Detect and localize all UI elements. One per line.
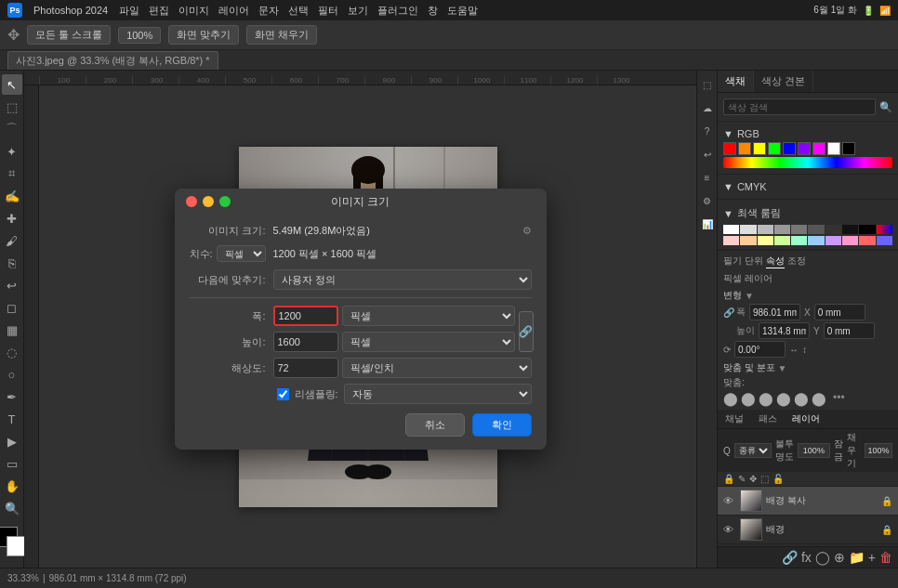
brush-tool[interactable]: 🖌: [2, 230, 22, 251]
hand-tool[interactable]: ✋: [2, 476, 22, 496]
dialog-close-button[interactable]: [186, 196, 197, 207]
delete-layer-icon[interactable]: 🗑: [879, 550, 892, 565]
lasso-tool[interactable]: ⌒: [2, 119, 22, 139]
history-brush-tool[interactable]: ↩: [2, 275, 22, 295]
layer-fill-input[interactable]: [865, 443, 892, 458]
settings-gear-icon[interactable]: ⚙: [522, 225, 532, 237]
document-tab[interactable]: 사진3.jpeg @ 33.3% (배경 복사, RGB/8*) *: [7, 51, 218, 70]
swatch-red[interactable]: [723, 142, 736, 155]
sub-tab-properties[interactable]: 속성: [766, 255, 785, 268]
blur-tool[interactable]: ◌: [2, 342, 22, 362]
eyedropper-tool[interactable]: ✍: [2, 186, 22, 206]
ramp-cell[interactable]: [791, 225, 807, 234]
ramp-cell2[interactable]: [740, 236, 756, 245]
lock-transparent-icon[interactable]: 🔒: [723, 474, 734, 484]
adjustment-layer-icon[interactable]: ⊕: [834, 550, 845, 565]
align-vcenter-icon[interactable]: ⬤: [794, 391, 809, 406]
transform-x-input[interactable]: [814, 304, 865, 320]
dodge-tool[interactable]: ○: [2, 364, 22, 385]
height-unit-select[interactable]: 픽셀: [342, 332, 515, 352]
dialog-maximize-button[interactable]: [219, 196, 231, 207]
text-tool[interactable]: T: [2, 409, 22, 429]
ramp-cell[interactable]: [758, 225, 773, 234]
collapse-transform-icon[interactable]: ▼: [745, 291, 754, 301]
menu-image[interactable]: 이미지: [178, 4, 209, 18]
new-layer-icon[interactable]: +: [868, 550, 876, 565]
ramp-cell2[interactable]: [774, 236, 790, 245]
menu-file[interactable]: 파일: [119, 4, 139, 18]
tab-paths[interactable]: 패스: [751, 410, 785, 428]
selection-tool[interactable]: ⬚: [2, 97, 22, 117]
resolution-unit-select[interactable]: 픽셀/인치: [342, 358, 532, 378]
rgb-section-title[interactable]: ▼ RGB: [723, 125, 892, 142]
ramp-cell[interactable]: [740, 225, 756, 234]
ramp-cell[interactable]: [842, 225, 858, 234]
fit-to-select[interactable]: 사용자 정의: [273, 269, 532, 290]
height-input[interactable]: [273, 332, 338, 352]
history-icon[interactable]: ↩: [697, 144, 718, 164]
histogram-icon[interactable]: 📊: [697, 214, 718, 234]
align-bottom-icon[interactable]: ⬤: [812, 391, 826, 406]
menu-edit[interactable]: 편집: [149, 4, 169, 18]
resample-checkbox[interactable]: [277, 388, 289, 400]
menu-layer[interactable]: 레이어: [218, 4, 249, 18]
layer-opacity-input[interactable]: [798, 443, 830, 458]
magic-wand-tool[interactable]: ✦: [2, 141, 22, 162]
swatch-orange[interactable]: [738, 142, 751, 155]
menu-view[interactable]: 보기: [348, 4, 368, 18]
add-style-icon[interactable]: fx: [801, 550, 812, 565]
menu-plugins[interactable]: 플러그인: [377, 4, 418, 18]
lock-brush-icon[interactable]: ✎: [738, 474, 746, 484]
layer-item-1[interactable]: 👁 배경 🔒: [718, 516, 898, 544]
color-search-input[interactable]: [723, 98, 876, 115]
cmyk-section-title[interactable]: ▼ CMYK: [723, 178, 892, 195]
ramp-cell2[interactable]: [877, 236, 892, 245]
ramp-cell[interactable]: [859, 225, 875, 234]
more-options-icon[interactable]: •••: [833, 391, 845, 406]
ok-button[interactable]: 확인: [472, 413, 532, 437]
swatch-yellow[interactable]: [753, 142, 766, 155]
zoom-level-btn[interactable]: 100%: [118, 27, 161, 44]
pen-tool[interactable]: ✒: [2, 386, 22, 407]
tab-color[interactable]: 색채: [718, 71, 754, 92]
ramp-cell2[interactable]: [723, 236, 739, 245]
sub-tab-unit[interactable]: 단위: [745, 255, 763, 268]
menu-help[interactable]: 도움말: [447, 4, 478, 18]
ramp-cell[interactable]: [808, 225, 824, 234]
menu-filter[interactable]: 필터: [318, 4, 338, 18]
layer-visibility-icon-1[interactable]: 👁: [723, 524, 736, 535]
lock-move-icon[interactable]: ✥: [749, 474, 757, 484]
resample-select[interactable]: 자동: [344, 384, 532, 404]
lock-artboard-icon[interactable]: ⬚: [760, 474, 769, 484]
ramp-cell2[interactable]: [808, 236, 824, 245]
properties-icon[interactable]: ⬚: [697, 74, 718, 95]
healing-tool[interactable]: ✚: [2, 208, 22, 229]
transform-y-input[interactable]: [824, 322, 875, 339]
eraser-tool[interactable]: ◻: [2, 297, 22, 318]
align-top-icon[interactable]: ⬤: [776, 391, 791, 406]
tab-layers[interactable]: 레이어: [785, 410, 827, 428]
color-ramp-title[interactable]: ▼ 최색 룸림: [723, 203, 892, 223]
fill-screen-btn[interactable]: 화면 채우기: [246, 25, 317, 45]
flip-v-icon[interactable]: ↕: [802, 345, 807, 355]
zoom-tool[interactable]: 🔍: [2, 498, 22, 518]
flip-icon[interactable]: ↔: [789, 345, 799, 355]
fit-screen-btn[interactable]: 화면 맞추기: [168, 25, 239, 45]
learn-icon[interactable]: ?: [697, 121, 718, 141]
menu-select[interactable]: 선택: [288, 4, 309, 18]
ramp-cell[interactable]: [723, 225, 739, 234]
transform-height-input[interactable]: [759, 322, 810, 339]
channels-icon[interactable]: ≡: [697, 167, 718, 188]
new-group-icon[interactable]: 📁: [849, 550, 865, 565]
move-tool[interactable]: ↖: [2, 74, 22, 95]
ramp-cell[interactable]: [877, 225, 892, 234]
width-unit-select[interactable]: 픽셀: [342, 306, 515, 326]
swatch-white[interactable]: [827, 142, 840, 155]
ramp-cell2[interactable]: [791, 236, 807, 245]
clone-stamp-tool[interactable]: ⎘: [2, 253, 22, 273]
menu-text[interactable]: 문자: [258, 4, 279, 18]
align-center-icon[interactable]: ⬤: [741, 391, 756, 406]
swatch-blue[interactable]: [783, 142, 796, 155]
sub-tab-notes[interactable]: 필기: [723, 255, 742, 268]
align-right-icon[interactable]: ⬤: [759, 391, 773, 406]
